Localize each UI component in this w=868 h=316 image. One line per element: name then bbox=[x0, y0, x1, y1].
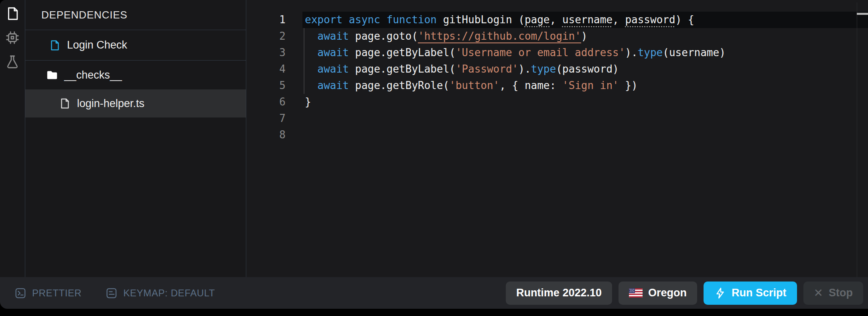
run-script-button[interactable]: Run Script bbox=[704, 282, 797, 305]
code-text: await page.getByLabel('Password').type(p… bbox=[286, 61, 619, 77]
statusbar-label: KEYMAP: DEFAULT bbox=[123, 288, 215, 299]
region-label: Oregon bbox=[648, 287, 687, 299]
code-line-7[interactable]: 7 bbox=[246, 110, 857, 127]
bolt-icon bbox=[714, 287, 726, 299]
code-text: await page.getByRole('button', { name: '… bbox=[286, 77, 638, 94]
sidebar-item-label: __checks__ bbox=[64, 69, 122, 81]
statusbar-label: PRETTIER bbox=[32, 288, 81, 299]
prettier-icon bbox=[14, 287, 26, 299]
code-text bbox=[286, 110, 305, 127]
code-text bbox=[286, 127, 305, 143]
rail-chip-icon[interactable] bbox=[4, 30, 20, 46]
line-number: 6 bbox=[246, 94, 286, 110]
sidebar-item-login-helper-ts[interactable]: login-helper.ts bbox=[25, 89, 246, 117]
statusbar-prettier[interactable]: PRETTIER bbox=[14, 287, 81, 299]
sidebar-item--checks-[interactable]: __checks__ bbox=[25, 61, 246, 89]
line-number: 2 bbox=[246, 28, 286, 45]
statusbar-keymap-default[interactable]: KEYMAP: DEFAULT bbox=[105, 287, 215, 299]
code-text: export async function gitHubLogin (page,… bbox=[286, 12, 694, 28]
line-number: 1 bbox=[246, 12, 286, 28]
folder-icon bbox=[46, 69, 58, 81]
run-script-label: Run Script bbox=[732, 287, 787, 299]
code-line-6[interactable]: 6} bbox=[246, 94, 857, 110]
code-line-4[interactable]: 4 await page.getByLabel('Password').type… bbox=[246, 61, 857, 77]
file-icon bbox=[49, 39, 61, 51]
file-icon bbox=[59, 97, 71, 109]
x-icon: ✕ bbox=[814, 286, 823, 300]
line-number: 7 bbox=[246, 110, 286, 127]
code-text: } bbox=[286, 94, 311, 110]
dependencies-title: DEPENDENCIES bbox=[25, 0, 246, 30]
code-text: await page.getByLabel('Username or email… bbox=[286, 45, 726, 61]
rail-flask-icon[interactable] bbox=[4, 54, 20, 70]
code-line-8[interactable]: 8 bbox=[246, 127, 857, 143]
code-line-2[interactable]: 2 await page.goto('https://github.com/lo… bbox=[246, 28, 857, 45]
line-number: 8 bbox=[246, 127, 286, 143]
line-number: 4 bbox=[246, 61, 286, 77]
sidebar-item-label: login-helper.ts bbox=[77, 97, 144, 110]
code-line-1[interactable]: 1export async function gitHubLogin (page… bbox=[246, 12, 857, 28]
region-button[interactable]: Oregon bbox=[619, 282, 697, 305]
status-bar: PRETTIERKEYMAP: DEFAULT Runtime 2022.10 … bbox=[0, 277, 868, 309]
runtime-label: Runtime 2022.10 bbox=[516, 287, 602, 299]
scrollbar-track[interactable] bbox=[857, 2, 868, 277]
dependencies-panel: DEPENDENCIES Login Check__checks__login-… bbox=[25, 0, 246, 277]
stop-button[interactable]: ✕ Stop bbox=[803, 282, 863, 305]
line-number: 3 bbox=[246, 45, 286, 61]
code-editor[interactable]: 1export async function gitHubLogin (page… bbox=[246, 0, 868, 277]
sidebar-item-label: Login Check bbox=[67, 39, 127, 51]
code-text: await page.goto('https://github.com/logi… bbox=[286, 28, 587, 45]
stop-label: Stop bbox=[829, 287, 853, 299]
us-flag-icon bbox=[629, 288, 643, 298]
sidebar-item-login-check[interactable]: Login Check bbox=[25, 30, 246, 60]
rail-file-icon[interactable] bbox=[4, 6, 20, 22]
scrollbar-thumb[interactable] bbox=[857, 13, 868, 15]
runtime-button[interactable]: Runtime 2022.10 bbox=[506, 282, 612, 305]
indent-guide bbox=[304, 28, 304, 94]
app-window: DEPENDENCIES Login Check__checks__login-… bbox=[0, 0, 868, 309]
line-number: 5 bbox=[246, 77, 286, 94]
code-line-5[interactable]: 5 await page.getByRole('button', { name:… bbox=[246, 77, 857, 94]
left-icon-rail bbox=[0, 0, 25, 277]
keymap-icon bbox=[105, 287, 118, 299]
code-line-3[interactable]: 3 await page.getByLabel('Username or ema… bbox=[246, 45, 857, 61]
